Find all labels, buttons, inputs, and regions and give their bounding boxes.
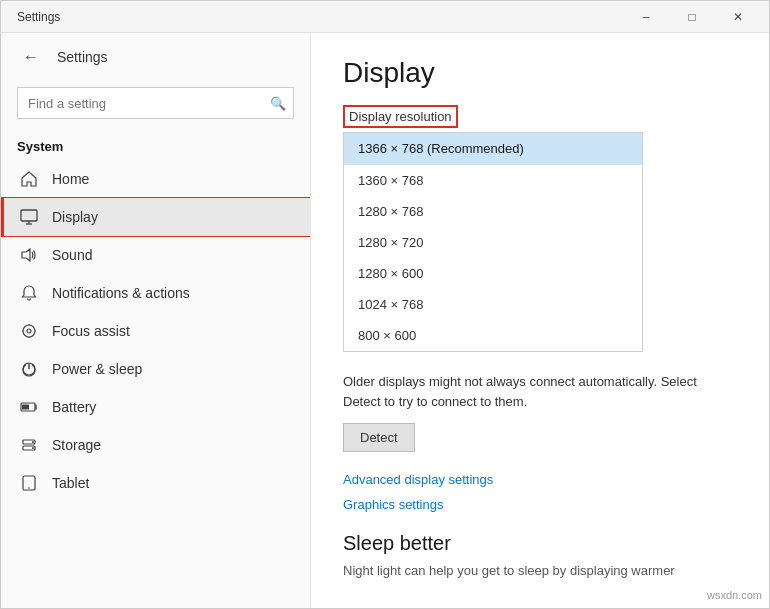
sidebar: ← Settings 🔍 System Home	[1, 33, 311, 608]
sidebar-item-power[interactable]: Power & sleep	[1, 350, 310, 388]
sidebar-item-tablet[interactable]: Tablet	[1, 464, 310, 502]
main-content: Display Display resolution 1366 × 768 (R…	[311, 33, 769, 608]
close-button[interactable]: ✕	[715, 1, 761, 33]
focus-icon	[20, 322, 38, 340]
svg-point-4	[23, 325, 35, 337]
maximize-button[interactable]: □	[669, 1, 715, 33]
home-icon	[20, 170, 38, 188]
sidebar-item-notifications-label: Notifications & actions	[52, 285, 190, 301]
dropdown-option-0[interactable]: 1366 × 768 (Recommended)	[344, 133, 642, 164]
sound-icon	[20, 246, 38, 264]
sidebar-item-sound[interactable]: Sound	[1, 236, 310, 274]
dropdown-option-1[interactable]: 1360 × 768	[344, 165, 642, 196]
minimize-button[interactable]: –	[623, 1, 669, 33]
svg-rect-8	[22, 405, 29, 410]
titlebar-title: Settings	[17, 10, 623, 24]
sidebar-item-battery[interactable]: Battery	[1, 388, 310, 426]
sidebar-item-focus[interactable]: Focus assist	[1, 312, 310, 350]
sidebar-item-storage-label: Storage	[52, 437, 101, 453]
sidebar-item-display[interactable]: Display	[1, 198, 310, 236]
settings-window: Settings – □ ✕ ← Settings 🔍 System	[0, 0, 770, 609]
svg-point-5	[27, 329, 31, 333]
detect-button[interactable]: Detect	[343, 423, 415, 452]
dropdown-option-6[interactable]: 800 × 600	[344, 320, 642, 351]
window-title-label: Settings	[57, 49, 108, 65]
resolution-dropdown-list[interactable]: 1366 × 768 (Recommended) 1360 × 768 1280…	[343, 132, 643, 352]
sidebar-top: ← Settings	[1, 33, 310, 81]
dropdown-label: Display resolution	[343, 105, 458, 128]
page-title: Display	[343, 57, 737, 89]
titlebar-controls: – □ ✕	[623, 1, 761, 33]
svg-marker-3	[22, 249, 30, 261]
sleep-text: Night light can help you get to sleep by…	[343, 561, 737, 581]
titlebar: Settings – □ ✕	[1, 1, 769, 33]
svg-point-14	[28, 487, 30, 489]
search-input[interactable]	[17, 87, 294, 119]
storage-icon	[20, 436, 38, 454]
sidebar-item-home[interactable]: Home	[1, 160, 310, 198]
svg-point-11	[32, 441, 34, 443]
sidebar-item-notifications[interactable]: Notifications & actions	[1, 274, 310, 312]
sidebar-item-power-label: Power & sleep	[52, 361, 142, 377]
display-icon	[20, 208, 38, 226]
sleep-title: Sleep better	[343, 532, 737, 555]
tablet-icon	[20, 474, 38, 492]
sidebar-item-battery-label: Battery	[52, 399, 96, 415]
sidebar-item-home-label: Home	[52, 171, 89, 187]
svg-point-12	[32, 447, 34, 449]
battery-icon	[20, 398, 38, 416]
sidebar-section-label: System	[1, 131, 310, 160]
dropdown-option-2[interactable]: 1280 × 768	[344, 196, 642, 227]
dropdown-section: Display resolution 1366 × 768 (Recommend…	[343, 105, 737, 352]
notifications-icon	[20, 284, 38, 302]
sidebar-item-display-label: Display	[52, 209, 98, 225]
dropdown-option-5[interactable]: 1024 × 768	[344, 289, 642, 320]
sidebar-item-focus-label: Focus assist	[52, 323, 130, 339]
power-icon	[20, 360, 38, 378]
sidebar-item-storage[interactable]: Storage	[1, 426, 310, 464]
sidebar-item-sound-label: Sound	[52, 247, 92, 263]
graphics-settings-link[interactable]: Graphics settings	[343, 497, 737, 512]
advanced-display-link[interactable]: Advanced display settings	[343, 472, 737, 487]
dropdown-option-4[interactable]: 1280 × 600	[344, 258, 642, 289]
back-button[interactable]: ←	[17, 43, 45, 71]
search-container: 🔍	[17, 87, 294, 119]
svg-rect-0	[21, 210, 37, 221]
dropdown-option-3[interactable]: 1280 × 720	[344, 227, 642, 258]
window-body: ← Settings 🔍 System Home	[1, 33, 769, 608]
info-text: Older displays might not always connect …	[343, 372, 737, 411]
sidebar-item-tablet-label: Tablet	[52, 475, 89, 491]
